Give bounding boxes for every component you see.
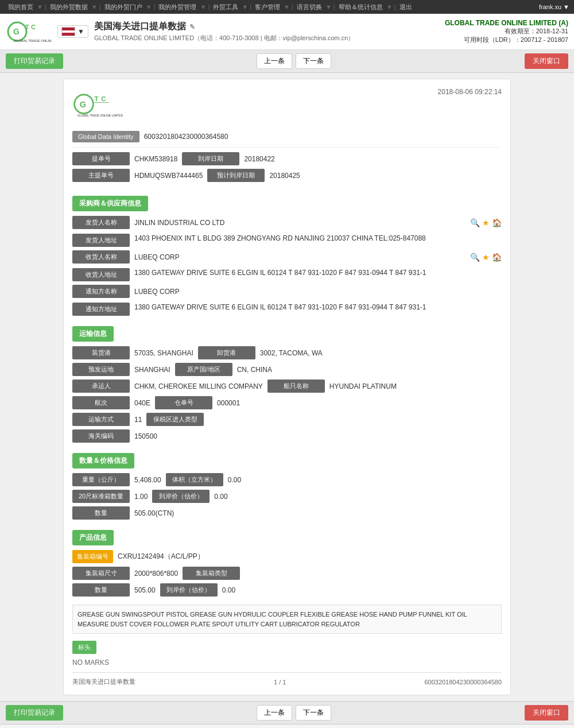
- shipper-home-icon[interactable]: 🏠: [492, 218, 502, 227]
- vessel-value: HYUNDAI PLATINUM: [329, 381, 397, 392]
- pagination-bar: 美国海关进口提单数量 1 / 1 6003201804230000364580: [72, 672, 502, 686]
- consignee-name-row: 收货人名称 LUBEQ CORP 🔍 ★ 🏠: [72, 250, 502, 264]
- product-section: 产品信息 集装箱编号 CXRU1242494（AC/L/PP） 集装箱尺寸 20…: [72, 523, 502, 686]
- quantity-price-section: 数量＆价格信息 重量（公斤） 5,408.00 体积（立方米） 0.00 20尺…: [72, 446, 502, 520]
- consignee-addr-row: 收货人地址 1380 GATEWAY DRIVE SUITE 6 ELGIN I…: [72, 267, 502, 281]
- nav-tools[interactable]: 外贸工具: [210, 3, 242, 11]
- shipper-action-icons: 🔍 ★ 🏠: [470, 218, 502, 227]
- logo: G T C GLOBAL TRADE ONLINE LIMITED: [6, 17, 52, 46]
- main-content: G T C GLOBAL TRADE ONLINE LIMITED 2018-0…: [0, 73, 574, 701]
- prod-container-no-value: CXRU1242494（AC/L/PP）: [118, 550, 502, 563]
- consignee-name-value: LUBEQ CORP: [134, 251, 466, 263]
- consignee-star-icon[interactable]: ★: [482, 253, 490, 262]
- nav-logout[interactable]: 退出: [396, 3, 416, 11]
- carrier-row: 承运人 CHKM, CHEROKEE MILLING COMPANY: [72, 380, 263, 393]
- consignee-action-icons: 🔍 ★ 🏠: [470, 253, 502, 262]
- next-button[interactable]: 下一条: [296, 53, 331, 69]
- nav-portal[interactable]: 我的外贸门户: [101, 3, 146, 11]
- edit-icon[interactable]: ✎: [189, 23, 195, 31]
- consignee-home-icon[interactable]: 🏠: [492, 253, 502, 262]
- card-datetime: 2018-08-06 09:22:14: [438, 88, 502, 96]
- est-arrival-label: 预计到岸日期: [207, 169, 265, 182]
- hs-code-value: 150500: [134, 431, 502, 442]
- header-bar: G T C GLOBAL TRADE ONLINE LIMITED ▼ 美国海关…: [0, 14, 574, 50]
- master-bill-value: HDMUQSWB7444465: [134, 170, 203, 181]
- validity-label: 有效期至：2018-12-31: [445, 27, 568, 36]
- teu-row: 20尺标准箱数量 1.00: [72, 490, 148, 503]
- nav-crm[interactable]: 客户管理: [251, 3, 284, 11]
- header-title-area: 美国海关进口提单数据 ✎ GLOBAL TRADE ONLINE LIMITED…: [94, 21, 445, 42]
- transport-row2: 预发运地 SHANGHAI 原产国/地区 CN, CHINA: [72, 363, 502, 380]
- shipper-star-icon[interactable]: ★: [482, 218, 490, 227]
- logo-area: G T C GLOBAL TRADE ONLINE LIMITED: [6, 17, 52, 46]
- transport-header: 运输信息: [72, 326, 114, 342]
- bill-no-value: CHKM538918: [134, 153, 177, 165]
- shipper-name-label: 发货人名称: [72, 216, 130, 229]
- nav-help[interactable]: 帮助＆统计信息: [335, 3, 386, 11]
- nav-home[interactable]: 我的首页: [5, 3, 37, 11]
- qp-quantity-label: 数量: [72, 506, 130, 520]
- prod-landed-label: 到岸价（估价）: [160, 583, 218, 597]
- qp-quantity-row: 数量 505.00(CTN): [72, 506, 502, 520]
- cif-row: 到岸价（估价） 0.00: [152, 490, 227, 503]
- svg-text:GLOBAL TRADE ONLINE LIMITED: GLOBAL TRADE ONLINE LIMITED: [14, 39, 52, 42]
- carrier-value: CHKM, CHEROKEE MILLING COMPANY: [134, 381, 263, 392]
- consignee-search-icon[interactable]: 🔍: [470, 253, 480, 262]
- marks-button[interactable]: 标头: [72, 641, 96, 654]
- shipper-addr-label: 发货人地址: [72, 234, 130, 247]
- prod-container-type-row: 集装箱类型: [183, 567, 245, 580]
- teu-label: 20尺标准箱数量: [72, 490, 130, 503]
- svg-text:G: G: [80, 100, 86, 109]
- bottom-prev-button[interactable]: 上一条: [257, 705, 292, 721]
- bottom-close-button[interactable]: 关闭窗口: [525, 705, 568, 721]
- ldr-label: 可用时段（LDR）：200712 - 201807: [445, 36, 568, 44]
- marks-value: NO MARKS: [72, 659, 502, 667]
- record-card: G T C GLOBAL TRADE ONLINE LIMITED 2018-0…: [63, 79, 511, 695]
- departure-value: SHANGHAI: [134, 364, 170, 375]
- svg-text:T: T: [94, 95, 99, 103]
- origin-value: CN, CHINA: [237, 364, 272, 375]
- top-toolbar: 打印贸易记录 上一条 下一条 关闭窗口: [0, 50, 574, 73]
- qp-row2: 20尺标准箱数量 1.00 到岸价（估价） 0.00: [72, 490, 502, 506]
- est-arrival-value: 20180425: [269, 170, 300, 181]
- nav-language[interactable]: 语言切换: [293, 3, 325, 11]
- user-label[interactable]: frank.xu ▼: [539, 3, 569, 10]
- nav-management[interactable]: 我的外贸管理: [155, 3, 200, 11]
- volume-value: 0.00: [228, 474, 241, 486]
- svg-text:T: T: [25, 24, 29, 30]
- discharge-port-label: 卸货港: [198, 346, 255, 359]
- flag-selector[interactable]: ▼: [57, 25, 88, 38]
- print-button[interactable]: 打印贸易记录: [6, 53, 63, 69]
- shipper-search-icon[interactable]: 🔍: [470, 218, 480, 227]
- consignee-name-label: 收货人名称: [72, 250, 130, 264]
- carrier-label: 承运人: [72, 380, 130, 393]
- prod-container-type-label: 集装箱类型: [183, 567, 240, 580]
- svg-text:GLOBAL TRADE ONLINE LIMITED: GLOBAL TRADE ONLINE LIMITED: [77, 114, 123, 117]
- bottom-next-button[interactable]: 下一条: [296, 705, 331, 721]
- transport-row4: 航次 040E 仓单号 000001: [72, 396, 502, 413]
- departure-label: 预发运地: [72, 363, 130, 376]
- close-button[interactable]: 关闭窗口: [525, 53, 568, 69]
- hs-code-row: 海关编码 150500: [72, 429, 502, 443]
- vessel-label: 船只名称: [267, 380, 325, 393]
- prod-row2: 数量 505.00 到岸价（估价） 0.00: [72, 583, 502, 600]
- bottom-footer: 苏ICP备14033305号 Company Website | Global …: [0, 725, 574, 728]
- loading-port-value: 57035, SHANGHAI: [134, 347, 193, 359]
- prev-button[interactable]: 上一条: [257, 53, 292, 69]
- voyage-value: 040E: [134, 397, 150, 409]
- bottom-print-button[interactable]: 打印贸易记录: [6, 705, 63, 721]
- notify-addr-value: 1380 GATEWAY DRIVE SUITE 6 ELGIN IL 6012…: [134, 301, 502, 313]
- prod-landed-value: 0.00: [222, 584, 235, 596]
- product-header: 产品信息: [72, 530, 114, 545]
- notify-name-row: 通知方名称 LUBEQ CORP: [72, 285, 502, 298]
- bottom-toolbar: 打印贸易记录 上一条 下一条 关闭窗口: [0, 701, 574, 725]
- departure-row: 预发运地 SHANGHAI: [72, 363, 170, 376]
- teu-value: 1.00: [134, 491, 148, 502]
- nav-trade-data[interactable]: 我的外贸数据: [46, 3, 91, 11]
- volume-label: 体积（立方米）: [166, 473, 223, 486]
- record-label: 美国海关进口提单数量: [72, 677, 135, 686]
- svg-text:C: C: [101, 95, 106, 103]
- prod-container-no-label: 集装箱编号: [72, 550, 113, 563]
- consignee-addr-value: 1380 GATEWAY DRIVE SUITE 6 ELGIN IL 6012…: [134, 267, 502, 278]
- identity-value: 6003201804230000364580: [144, 133, 228, 141]
